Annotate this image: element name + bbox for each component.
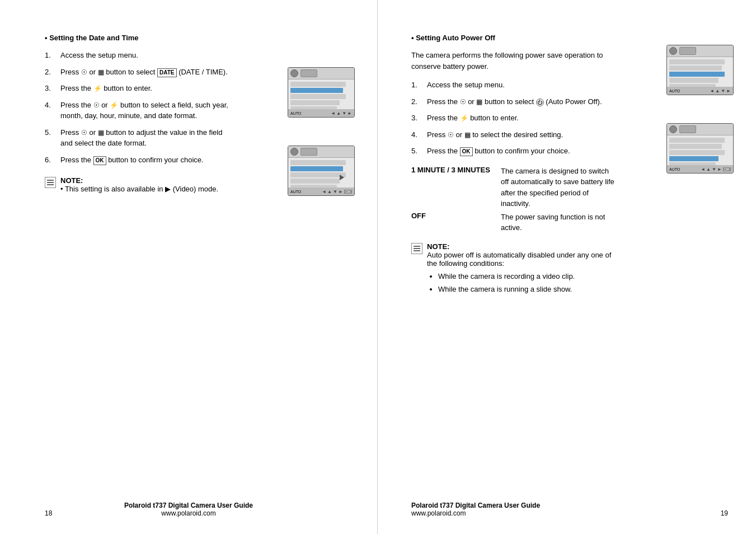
step-3-right: 3. Press the ⚡ button to enter. bbox=[411, 113, 618, 124]
step-5-left: 5. Press ☉ or ▦ button to adjust the val… bbox=[45, 127, 235, 149]
camera-screen-2: AUTO ◄ ▲ ▼ ► OK bbox=[288, 146, 355, 196]
cam-rect-icon2 bbox=[300, 148, 317, 156]
cam-circle-icon bbox=[290, 69, 298, 77]
right-footer-url: www.polaroid.com bbox=[411, 509, 540, 517]
note-bullet-1: While the camera is recording a video cl… bbox=[438, 271, 618, 282]
cam-cursor-icon bbox=[340, 175, 344, 180]
left-steps-list: 1. Access the setup menu. 2. Press ☉ or … bbox=[45, 50, 235, 165]
cam-rect-icon bbox=[300, 69, 317, 77]
cam-bottom3: AUTO ◄ ▲ ▼ ► bbox=[667, 87, 733, 95]
cam-menu3 bbox=[667, 57, 733, 91]
cam-arrow-down2: ▼ bbox=[333, 189, 337, 194]
right-steps-list: 1. Access the setup menu. 2. Press the ☉… bbox=[411, 79, 618, 157]
note-title: NOTE: bbox=[60, 176, 83, 185]
note-title-r: NOTE: bbox=[427, 242, 449, 251]
table-text-2: The power saving function is not active. bbox=[501, 212, 618, 233]
sun-icon2: ☉ bbox=[93, 100, 100, 110]
camera-screen-4: AUTO ◄ ▲ ▼ ► OK bbox=[666, 123, 734, 174]
right-page: • Setting Auto Power Off The camera perf… bbox=[378, 0, 756, 534]
right-section-title: • Setting Auto Power Off bbox=[411, 34, 618, 42]
cam-arrows2: ◄ ▲ ▼ ► OK bbox=[322, 189, 352, 194]
right-footer-title: Polaroid t737 Digital Camera User Guide bbox=[411, 502, 540, 509]
cam-circle-icon3 bbox=[669, 47, 677, 55]
menu-icon-r2: ▦ bbox=[464, 130, 471, 140]
cam-circle-icon2 bbox=[290, 148, 298, 156]
flash-icon2: ⚡ bbox=[110, 100, 118, 110]
table-row-1: 1 MINUTE / 3 MINUTES The camera is desig… bbox=[411, 166, 618, 209]
cam-arrow-d3: ▼ bbox=[721, 88, 725, 93]
step-6-left: 6. Press the OK button to confirm your c… bbox=[45, 154, 235, 166]
step-1-right: 1. Access the setup menu. bbox=[411, 79, 618, 91]
sun-icon3: ☉ bbox=[81, 128, 87, 138]
cam-ok-badge2: OK bbox=[723, 167, 731, 171]
cam-bottom-left3: AUTO bbox=[669, 89, 680, 93]
cam-arrows4: ◄ ▲ ▼ ► OK bbox=[701, 167, 731, 172]
cam-bottom4: AUTO ◄ ▲ ▼ ► OK bbox=[667, 165, 733, 173]
cam-arrow-u3: ▲ bbox=[715, 88, 720, 93]
left-note: NOTE: • This setting is also available i… bbox=[45, 176, 235, 193]
table-label-2: OFF bbox=[411, 212, 501, 233]
cam-bottom-left2: AUTO bbox=[290, 190, 301, 194]
cam-arrow-right: ► bbox=[348, 111, 352, 116]
right-page-number: 19 bbox=[721, 509, 728, 517]
note-icon bbox=[45, 177, 56, 188]
cam-rect-icon4 bbox=[679, 125, 696, 133]
cam-arrow-left2: ◄ bbox=[322, 189, 326, 194]
cam-arrow-right2: ► bbox=[339, 189, 343, 194]
step-3-left: 3. Press the ⚡ button to enter. bbox=[45, 83, 235, 94]
cam-bottom: AUTO ◄ ▲ ▼ ► bbox=[288, 109, 354, 117]
cam-arrows3: ◄ ▲ ▼ ► bbox=[710, 88, 731, 93]
flash-icon: ⚡ bbox=[93, 83, 102, 93]
sun-icon-r2: ☉ bbox=[448, 130, 454, 140]
cam-arrow-r3: ► bbox=[726, 88, 731, 93]
menu-icon-r: ▦ bbox=[476, 97, 482, 107]
note-icon-r bbox=[411, 243, 422, 254]
cam-arrow-l4: ◄ bbox=[701, 167, 705, 172]
cam-arrow-up: ▲ bbox=[336, 111, 341, 116]
ok-icon-r: OK bbox=[460, 147, 473, 156]
cam-arrow-r4: ► bbox=[717, 167, 722, 172]
table-text-1: The camera is designed to switch off aut… bbox=[501, 166, 618, 209]
camera-screen-3: AUTO ◄ ▲ ▼ ► bbox=[666, 45, 734, 95]
right-note: NOTE: Auto power off is automatically di… bbox=[411, 242, 618, 297]
cam-bottom2: AUTO ◄ ▲ ▼ ► OK bbox=[288, 188, 354, 195]
left-page: • Setting the Date and Time 1. Access th… bbox=[0, 0, 378, 534]
right-footer: Polaroid t737 Digital Camera User Guide … bbox=[411, 502, 540, 517]
cam-menu2 bbox=[288, 158, 354, 192]
note-content: NOTE: • This setting is also available i… bbox=[60, 176, 218, 193]
cam-arrow-left: ◄ bbox=[331, 111, 335, 116]
left-section-title: • Setting the Date and Time bbox=[45, 34, 235, 42]
cam-menu4 bbox=[667, 135, 733, 170]
settings-table: 1 MINUTE / 3 MINUTES The camera is desig… bbox=[411, 166, 618, 233]
cam-bottom-left: AUTO bbox=[290, 111, 301, 115]
table-row-2: OFF The power saving function is not act… bbox=[411, 212, 618, 233]
left-footer-url: www.polaroid.com bbox=[0, 509, 377, 517]
date-time-icon: DATE bbox=[157, 68, 176, 77]
cam-rect-icon3 bbox=[679, 47, 696, 55]
note-content-r: NOTE: Auto power off is automatically di… bbox=[427, 242, 618, 297]
cam-arrow-u4: ▲ bbox=[706, 167, 711, 172]
note-bullets-list: While the camera is recording a video cl… bbox=[427, 271, 618, 295]
sun-icon: ☉ bbox=[81, 67, 87, 77]
cam-bottom-left4: AUTO bbox=[669, 167, 680, 171]
cam-menu bbox=[288, 79, 354, 114]
table-label-1: 1 MINUTE / 3 MINUTES bbox=[411, 166, 501, 209]
cam-arrow-d4: ▼ bbox=[712, 167, 716, 172]
left-footer: Polaroid t737 Digital Camera User Guide … bbox=[0, 502, 377, 517]
step-2-right: 2. Press the ☉ or ▦ button to select ⏻ (… bbox=[411, 96, 618, 107]
right-intro: The camera performs the following power … bbox=[411, 50, 618, 72]
note-bullet-2: While the camera is running a slide show… bbox=[438, 284, 618, 295]
sun-icon-r: ☉ bbox=[460, 97, 466, 107]
cam-arrow-l3: ◄ bbox=[710, 88, 714, 93]
cam-arrow-down: ▼ bbox=[342, 111, 346, 116]
cam-ok-badge: OK bbox=[344, 190, 352, 194]
power-icon: ⏻ bbox=[536, 99, 544, 106]
menu-icon: ▦ bbox=[98, 67, 104, 77]
step-4-right: 4. Press ☉ or ▦ to select the desired se… bbox=[411, 129, 618, 140]
step-5-right: 5. Press the OK button to confirm your c… bbox=[411, 146, 618, 157]
step-2-left: 2. Press ☉ or ▦ button to select DATE (D… bbox=[45, 67, 235, 78]
step-1-left: 1. Access the setup menu. bbox=[45, 50, 235, 61]
note-text-right: Auto power off is automatically disabled… bbox=[427, 251, 611, 268]
cam-circle-icon4 bbox=[669, 125, 677, 133]
ok-icon: OK bbox=[93, 156, 106, 165]
